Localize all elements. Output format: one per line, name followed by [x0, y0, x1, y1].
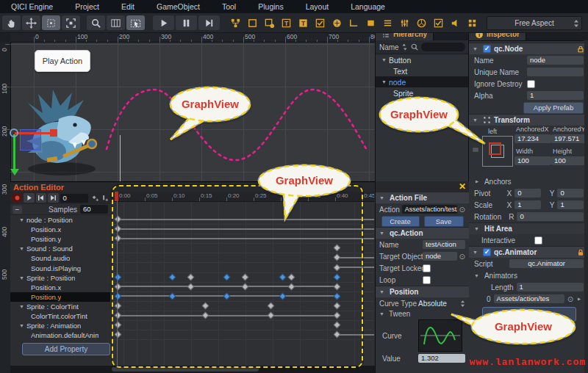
anchoredy-input[interactable]: 197.571	[551, 134, 588, 143]
scale-tool-button[interactable]	[42, 15, 60, 30]
node-name-input[interactable]: node	[527, 56, 584, 65]
section-hit-area[interactable]: ▼ Hit Area	[469, 222, 588, 234]
keyframe-diamond[interactable]	[241, 273, 248, 280]
speaker-create-button[interactable]	[449, 17, 462, 29]
collapse-arrow-icon[interactable]: ▼	[379, 195, 384, 200]
gizmo-y-axis[interactable]	[13, 134, 15, 169]
inspector-scrollbar[interactable]	[584, 40, 588, 373]
keyframe-diamond[interactable]	[333, 312, 340, 319]
play-action-button[interactable]: Play Action	[35, 50, 90, 72]
section-qc-animator[interactable]: ▼ ✓ qc.Animator	[469, 246, 588, 258]
text-image-create-button[interactable]: T	[297, 17, 309, 29]
menu-plugins[interactable]: Plugins	[247, 0, 294, 13]
columns-toggle-button[interactable]	[107, 15, 125, 30]
gizmo-y-arrow[interactable]	[10, 169, 19, 175]
sliders-create-button[interactable]	[398, 17, 411, 29]
scale-y-input[interactable]: 1	[557, 200, 584, 209]
keyframe-diamond[interactable]	[333, 302, 340, 309]
add-event-icon[interactable]	[101, 193, 109, 203]
track-node-position[interactable]: ▼node : Position−	[10, 215, 119, 225]
filled-rect-create-button[interactable]	[365, 17, 377, 29]
keyframe-diamond[interactable]	[333, 254, 340, 261]
timeline-track-row[interactable]	[110, 233, 374, 244]
keyframe-diamond[interactable]	[168, 273, 176, 280]
keyframe-diamond[interactable]	[187, 273, 194, 280]
collapse-all-button[interactable]: −	[12, 206, 22, 214]
collapse-arrow-icon[interactable]: ▼	[379, 289, 384, 294]
keyframe-diamond[interactable]	[223, 292, 230, 300]
create-button[interactable]: Create	[381, 216, 420, 227]
pivot-x-input[interactable]: 0	[514, 189, 541, 198]
timeline-track-row[interactable]	[110, 291, 374, 302]
track-collapse-arrow[interactable]: ▼	[19, 304, 24, 309]
keyframe-diamond[interactable]	[267, 302, 274, 309]
unique-name-input[interactable]	[527, 68, 584, 76]
object-badge-create-button[interactable]	[263, 17, 276, 29]
frame-input[interactable]: 0	[60, 194, 88, 203]
collapse-arrow-icon[interactable]: ▼	[474, 226, 479, 231]
keyframe-diamond[interactable]	[114, 312, 121, 319]
apply-prefab-button[interactable]: Apply Prefab	[523, 102, 584, 114]
keyframe-diamond[interactable]	[187, 283, 194, 290]
checkbox-panel-create-button[interactable]	[432, 17, 445, 29]
corner-line-create-button[interactable]	[348, 17, 360, 29]
qc-node-enabled-checkbox[interactable]: ✓	[483, 45, 491, 53]
animator-expand-arrow[interactable]: ▼	[576, 297, 581, 302]
list-lines-create-button[interactable]	[381, 17, 394, 29]
timeline-track-row[interactable]	[110, 243, 374, 253]
add-keyframe-icon[interactable]	[91, 193, 99, 203]
track-collapse-arrow[interactable]: ▼	[19, 275, 24, 280]
timeline-track-row[interactable]	[110, 282, 374, 292]
track-collapse-arrow[interactable]: ▼	[19, 246, 24, 251]
pivot-y-input[interactable]: 0	[557, 189, 584, 198]
object-picker-icon[interactable]: ⊙	[567, 295, 573, 303]
expand-arrow-icon[interactable]: ▼	[381, 79, 387, 84]
timeline-track-row[interactable]	[110, 311, 374, 321]
timeline-playhead[interactable]	[117, 192, 118, 366]
track-sprite-position[interactable]: ▼Sprite : Position−	[10, 273, 119, 283]
keyframe-diamond[interactable]	[333, 273, 340, 280]
keyframe-diamond[interactable]	[279, 292, 286, 300]
keyframe-diamond[interactable]	[333, 331, 340, 338]
dots-grid-create-button[interactable]	[466, 17, 478, 29]
keyframe-diamond[interactable]	[333, 322, 340, 329]
menu-edit[interactable]: Edit	[110, 0, 146, 13]
section-qc-node[interactable]: ▼ ✓ qc.Node	[469, 43, 588, 54]
length-input[interactable]: 1	[517, 283, 584, 291]
gizmo-origin[interactable]	[10, 128, 18, 137]
sound-ball-create-button[interactable]	[331, 17, 343, 29]
keyframe-diamond[interactable]	[114, 235, 121, 242]
keyframe-diamond[interactable]	[114, 292, 121, 300]
hierarchy-item-node[interactable]: ▼node	[376, 76, 469, 87]
collapse-arrow-icon[interactable]: ▼	[379, 231, 384, 236]
keyframe-diamond[interactable]	[333, 292, 340, 300]
ignore-destroy-checkbox[interactable]	[527, 80, 535, 88]
gizmo-x-handle[interactable]	[50, 129, 57, 137]
track-sprite-colortint[interactable]: ▼Sprite : ColorTint−	[10, 302, 119, 311]
keyframe-diamond[interactable]	[114, 273, 121, 280]
keyframe-diamond[interactable]	[333, 245, 340, 252]
collapse-arrow-icon[interactable]: ▼	[473, 250, 478, 255]
target-locked-checkbox[interactable]	[423, 264, 431, 272]
hierarchy-item-text[interactable]: Text	[376, 65, 469, 76]
menu-layout[interactable]: Layout	[295, 0, 340, 13]
step-playback-button[interactable]	[198, 15, 220, 30]
anchors-collapse-arrow[interactable]: ▼	[474, 179, 479, 184]
track-sound-sound[interactable]: ▼Sound : Sound−	[10, 244, 119, 253]
text-create-button[interactable]: T	[280, 17, 293, 29]
animators-collapse-arrow[interactable]: ▼	[474, 273, 479, 278]
hierarchy-item-button[interactable]: ▼Button	[376, 54, 469, 65]
keyframe-diamond[interactable]	[114, 216, 121, 223]
track-sprite-animation[interactable]: ▼Sprite : Animation−	[10, 321, 119, 330]
keyframe-diamond[interactable]	[279, 273, 286, 280]
keyframe-diamond[interactable]	[267, 312, 274, 319]
gizmo-x-axis[interactable]	[15, 132, 51, 134]
track-collapse-arrow[interactable]: ▼	[19, 217, 24, 222]
move-tool-button[interactable]	[22, 15, 40, 30]
keyframe-diamond[interactable]	[114, 331, 121, 338]
hierarchy-search-input[interactable]	[421, 43, 465, 51]
menu-gameobject[interactable]: GameObject	[146, 0, 211, 13]
target-object-input[interactable]: node	[423, 252, 457, 261]
animator-asset-input[interactable]: Assets/action/tes	[494, 294, 564, 303]
sort-arrows-icon[interactable]	[401, 43, 408, 51]
